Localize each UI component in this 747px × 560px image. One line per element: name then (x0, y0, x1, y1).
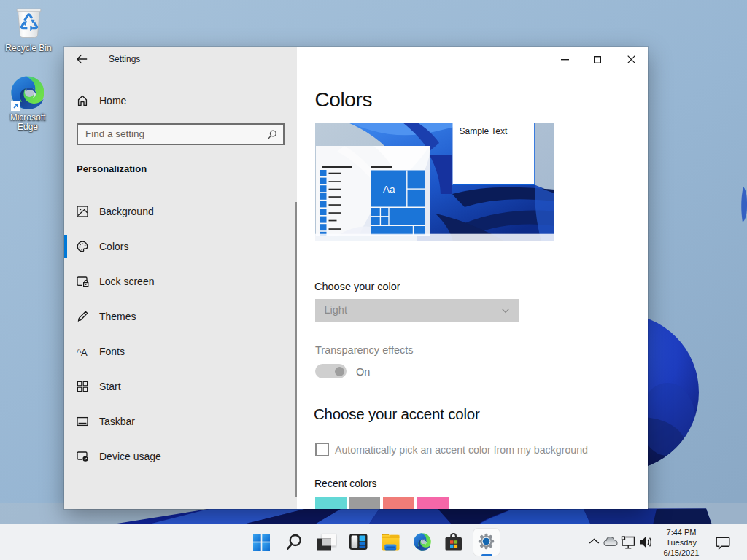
svg-text:Aa: Aa (383, 184, 395, 195)
svg-text:A: A (81, 347, 88, 357)
svg-text:Sample Text: Sample Text (459, 126, 507, 136)
